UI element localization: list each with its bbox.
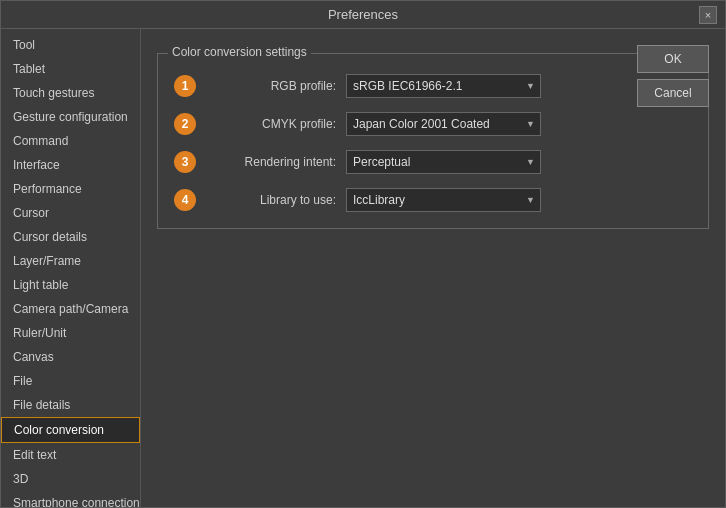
sidebar-item-smartphone-connection[interactable]: Smartphone connection bbox=[1, 491, 140, 507]
step-badge-3: 3 bbox=[174, 151, 196, 173]
sidebar-item-color-conversion[interactable]: Color conversion bbox=[1, 417, 140, 443]
sidebar-item-camera-path-camera[interactable]: Camera path/Camera bbox=[1, 297, 140, 321]
form-row-1: 1RGB profile:sRGB IEC61966-2.1Adobe RGBP… bbox=[174, 74, 692, 98]
preferences-dialog: Preferences × ToolTabletTouch gesturesGe… bbox=[0, 0, 726, 508]
sidebar-item-tablet[interactable]: Tablet bbox=[1, 57, 140, 81]
sidebar-item-canvas[interactable]: Canvas bbox=[1, 345, 140, 369]
sidebar-item-file-details[interactable]: File details bbox=[1, 393, 140, 417]
step-badge-4: 4 bbox=[174, 189, 196, 211]
dialog-body: ToolTabletTouch gesturesGesture configur… bbox=[1, 29, 725, 507]
sidebar-item-cursor-details[interactable]: Cursor details bbox=[1, 225, 140, 249]
close-button[interactable]: × bbox=[699, 6, 717, 24]
dialog-title: Preferences bbox=[328, 7, 398, 22]
sidebar-item-file[interactable]: File bbox=[1, 369, 140, 393]
sidebar-item-light-table[interactable]: Light table bbox=[1, 273, 140, 297]
select-3[interactable]: PerceptualRelative ColorimetricSaturatio… bbox=[346, 150, 541, 174]
sidebar-item-gesture-configuration[interactable]: Gesture configuration bbox=[1, 105, 140, 129]
ok-button[interactable]: OK bbox=[637, 45, 709, 73]
sidebar-item-command[interactable]: Command bbox=[1, 129, 140, 153]
group-label: Color conversion settings bbox=[168, 45, 311, 59]
color-conversion-group: Color conversion settings 1RGB profile:s… bbox=[157, 53, 709, 229]
select-wrapper-1: sRGB IEC61966-2.1Adobe RGBProPhoto RGB bbox=[346, 74, 541, 98]
select-wrapper-2: Japan Color 2001 CoatedUS Web Coated (SW… bbox=[346, 112, 541, 136]
sidebar-item-ruler-unit[interactable]: Ruler/Unit bbox=[1, 321, 140, 345]
select-2[interactable]: Japan Color 2001 CoatedUS Web Coated (SW… bbox=[346, 112, 541, 136]
form-label-1: RGB profile: bbox=[206, 79, 336, 93]
step-badge-2: 2 bbox=[174, 113, 196, 135]
main-content: Color conversion settings 1RGB profile:s… bbox=[141, 29, 725, 507]
select-4[interactable]: IccLibraryLittleCMS bbox=[346, 188, 541, 212]
form-label-3: Rendering intent: bbox=[206, 155, 336, 169]
sidebar-item-edit-text[interactable]: Edit text bbox=[1, 443, 140, 467]
form-row-4: 4Library to use:IccLibraryLittleCMS bbox=[174, 188, 692, 212]
cancel-button[interactable]: Cancel bbox=[637, 79, 709, 107]
form-row-2: 2CMYK profile:Japan Color 2001 CoatedUS … bbox=[174, 112, 692, 136]
sidebar: ToolTabletTouch gesturesGesture configur… bbox=[1, 29, 141, 507]
sidebar-item-interface[interactable]: Interface bbox=[1, 153, 140, 177]
select-wrapper-4: IccLibraryLittleCMS bbox=[346, 188, 541, 212]
buttons-panel: OK Cancel bbox=[637, 45, 709, 107]
form-rows: 1RGB profile:sRGB IEC61966-2.1Adobe RGBP… bbox=[174, 74, 692, 212]
sidebar-item-cursor[interactable]: Cursor bbox=[1, 201, 140, 225]
form-label-4: Library to use: bbox=[206, 193, 336, 207]
sidebar-item-tool[interactable]: Tool bbox=[1, 33, 140, 57]
sidebar-item-touch-gestures[interactable]: Touch gestures bbox=[1, 81, 140, 105]
step-badge-1: 1 bbox=[174, 75, 196, 97]
title-bar: Preferences × bbox=[1, 1, 725, 29]
select-wrapper-3: PerceptualRelative ColorimetricSaturatio… bbox=[346, 150, 541, 174]
select-1[interactable]: sRGB IEC61966-2.1Adobe RGBProPhoto RGB bbox=[346, 74, 541, 98]
form-row-3: 3Rendering intent:PerceptualRelative Col… bbox=[174, 150, 692, 174]
sidebar-item-3d[interactable]: 3D bbox=[1, 467, 140, 491]
sidebar-item-layer-frame[interactable]: Layer/Frame bbox=[1, 249, 140, 273]
form-label-2: CMYK profile: bbox=[206, 117, 336, 131]
sidebar-item-performance[interactable]: Performance bbox=[1, 177, 140, 201]
